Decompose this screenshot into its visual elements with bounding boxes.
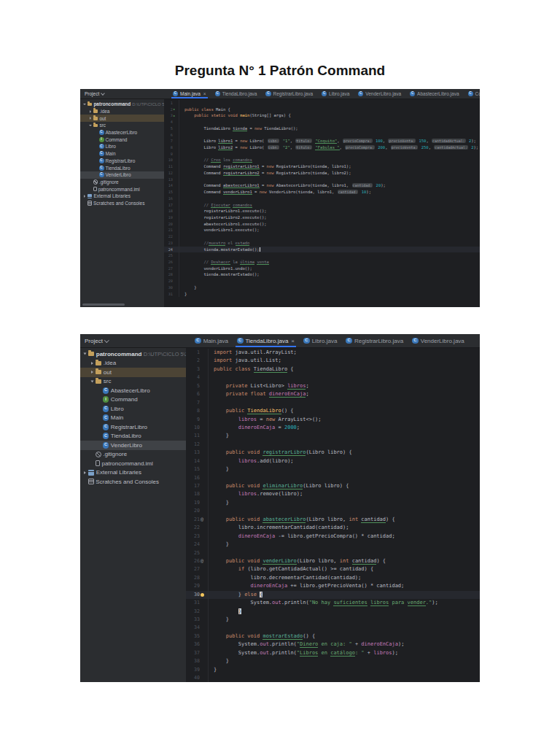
horizontal-scrollbar[interactable] — [82, 303, 125, 306]
code-line[interactable]: 3 public static void main(String[] args)… — [164, 112, 480, 119]
tab-close-icon[interactable]: × — [203, 91, 206, 96]
code-line[interactable]: 24 tienda.mostrarEstado(); — [164, 247, 480, 253]
tree-item-Libro[interactable]: CLibro — [80, 143, 164, 150]
code-line[interactable]: 5 TiendaLibro tienda = new TiendaLibro()… — [164, 125, 480, 132]
code-line[interactable]: 35 public void mostrarEstado() { — [186, 632, 480, 640]
tree-item-.idea[interactable]: .idea — [80, 359, 186, 368]
code-line[interactable]: 33 } — [186, 616, 480, 624]
code-line[interactable]: 36 System.out.println("Dinero en caja: "… — [186, 640, 480, 649]
tree-item-patroncommand[interactable]: patroncommandD:\UTP\CICLO 5\2 — [80, 101, 164, 108]
tree-item-AbastecerLibro[interactable]: CAbastecerLibro — [80, 129, 164, 136]
code-line[interactable]: 4 — [164, 119, 480, 125]
tree-item-RegistrarLibro[interactable]: CRegistrarLibro — [80, 422, 186, 432]
tab-Libro.java[interactable]: CLibro.java — [299, 334, 341, 347]
code-line[interactable]: 32 } — [186, 608, 480, 616]
project-panel-header[interactable]: Project — [80, 334, 190, 347]
tree-item-Scratches and Consoles[interactable]: Scratches and Consoles — [80, 477, 186, 487]
code-line[interactable]: 39} — [186, 666, 480, 674]
code-line[interactable]: 17 public void eliminarLibro(Libro libro… — [186, 482, 480, 490]
code-line[interactable]: 29 dineroEnCaja += libro.getPrecioVenta(… — [186, 582, 480, 590]
tree-item-Command[interactable]: ICommand — [80, 136, 164, 143]
code-line[interactable]: 9 — [164, 151, 480, 158]
code-line[interactable]: 17 // Ejecutar comandos — [164, 202, 480, 209]
project-panel-header[interactable]: Project — [80, 89, 168, 98]
chevron-right-icon[interactable] — [84, 471, 86, 474]
chevron-right-icon[interactable] — [91, 371, 93, 374]
code-line[interactable]: 15 Command venderLibro1 = new VenderLibr… — [164, 189, 480, 196]
code-line[interactable]: 40 — [186, 674, 480, 682]
code-line[interactable]: 30 } — [164, 285, 480, 291]
code-line[interactable]: 8 Libro libro2 = new Libro( isbn: "2", t… — [164, 144, 480, 151]
tree-item-src[interactable]: src — [80, 377, 186, 387]
code-line[interactable]: 25 — [164, 252, 480, 259]
tree-item-Main[interactable]: CMain — [80, 414, 186, 423]
code-line[interactable]: 16 — [164, 196, 480, 202]
code-line[interactable]: 21 venderLibro1.execute(); — [164, 227, 480, 233]
code-line[interactable]: 31 System.out.println("No hay suficiente… — [186, 599, 480, 607]
tree-item-.idea[interactable]: .idea — [80, 108, 164, 115]
tab-close-icon[interactable]: × — [291, 338, 295, 344]
tree-item-AbastecerLibro[interactable]: CAbastecerLibro — [80, 386, 186, 395]
code-line[interactable]: 16 — [186, 474, 480, 482]
code-line[interactable]: 37 System.out.println("Libros en catálog… — [186, 649, 480, 657]
code-line[interactable]: 31} — [164, 291, 480, 298]
tab-AbastecerLibro.java[interactable]: CAbastecerLibro.java — [405, 89, 463, 98]
tree-item-patroncommand.iml[interactable]: patroncommand.iml — [80, 459, 186, 468]
code-line[interactable]: 18 registrarLibro1.execute(); — [164, 208, 480, 214]
code-line[interactable]: 9 libros = new ArrayList<>(); — [186, 416, 480, 424]
tree-item-.gitignore[interactable]: .gitignore — [80, 450, 186, 460]
chevron-down-icon[interactable] — [91, 380, 94, 382]
code-line[interactable]: 14 libros.add(libro); — [186, 457, 480, 465]
tab-Command.java[interactable]: CCommand.java — [464, 89, 480, 98]
tab-TiendaLibro.java[interactable]: CTiendaLibro.java× — [233, 334, 299, 347]
code-line[interactable]: 1 — [164, 100, 480, 107]
code-line[interactable]: 10 // Creo los comandos — [164, 157, 480, 163]
code-line[interactable]: 20 abastecerLibro1.execute(); — [164, 221, 480, 228]
tab-Main.java[interactable]: CMain.java× — [168, 89, 211, 98]
code-editor[interactable]: 12public class Main {3 public static voi… — [164, 99, 480, 307]
tree-item-out[interactable]: out — [80, 368, 186, 377]
code-line[interactable]: 2public class Main { — [164, 107, 480, 113]
code-line[interactable]: 7 — [186, 399, 480, 407]
tree-item-patroncommand.iml[interactable]: patroncommand.iml — [80, 185, 164, 193]
tree-item-TiendaLibro[interactable]: CTiendaLibro — [80, 164, 164, 171]
code-line[interactable]: 14 Command abastecerLibro1 = new Abastec… — [164, 182, 480, 189]
code-line[interactable]: 7 Libro libro1 = new Libro( isbn: "1", t… — [164, 138, 480, 144]
code-line[interactable]: 23 dineroEnCaja -= libro.getPrecioCompra… — [186, 533, 480, 541]
code-line[interactable]: 19 } — [186, 499, 480, 507]
tree-item-patroncommand[interactable]: patroncommandD:\UTP\CICLO 5\2 — [80, 349, 186, 359]
code-line[interactable]: 22 — [164, 233, 480, 240]
tree-item-Main[interactable]: CMain — [80, 150, 164, 158]
code-line[interactable]: 25 — [186, 549, 480, 557]
code-line[interactable]: 24 } — [186, 541, 480, 549]
code-line[interactable]: 28 libro.decrementarCantidad(cantidad); — [186, 574, 480, 582]
code-line[interactable]: 2import java.util.List; — [186, 357, 480, 365]
code-line[interactable]: 11 Command registrarLibro1 = new Registr… — [164, 163, 480, 170]
tree-item-Command[interactable]: ICommand — [80, 395, 186, 405]
code-line[interactable]: 8 public TiendaLibro() { — [186, 407, 480, 415]
tree-item-.gitignore[interactable]: .gitignore — [80, 179, 164, 186]
tree-item-Scratches and Consoles[interactable]: Scratches and Consoles — [80, 200, 164, 207]
code-line[interactable]: 6 private float dineroEnCaja; — [186, 390, 480, 398]
code-line[interactable]: 10 dineroEnCaja = 2000; — [186, 424, 480, 432]
code-line[interactable]: 1import java.util.ArrayList; — [186, 349, 480, 357]
tree-item-External Libraries[interactable]: External Libraries — [80, 193, 164, 200]
code-line[interactable]: 12 Command registrarLibro2 = new Registr… — [164, 170, 480, 177]
chevron-right-icon[interactable] — [91, 362, 93, 365]
chevron-right-icon[interactable] — [90, 110, 91, 113]
tab-RegistrarLibro.java[interactable]: CRegistrarLibro.java — [261, 89, 317, 98]
code-line[interactable]: 29 — [164, 278, 480, 285]
tab-VenderLibro.java[interactable]: CVenderLibro.java — [408, 334, 469, 347]
code-line[interactable]: 23 //muestro el estado — [164, 240, 480, 247]
code-line[interactable]: 19 registrarLibro2.execute(); — [164, 214, 480, 221]
code-line[interactable]: 22 libro.incrementarCantidad(cantidad); — [186, 524, 480, 532]
code-line[interactable]: 12 — [186, 441, 480, 449]
run-icon[interactable] — [174, 115, 175, 117]
code-line[interactable]: 27 venderLibro1.undo(); — [164, 266, 480, 272]
code-line[interactable]: 11 } — [186, 432, 480, 440]
code-line[interactable]: 4 — [186, 374, 480, 382]
tab-Main.java[interactable]: CMain.java — [190, 334, 233, 347]
code-line[interactable]: 26@ public void venderLibro(Libro libro,… — [186, 557, 480, 565]
tab-VenderLibro.java[interactable]: CVenderLibro.java — [354, 89, 405, 98]
code-line[interactable]: 38 } — [186, 657, 480, 665]
